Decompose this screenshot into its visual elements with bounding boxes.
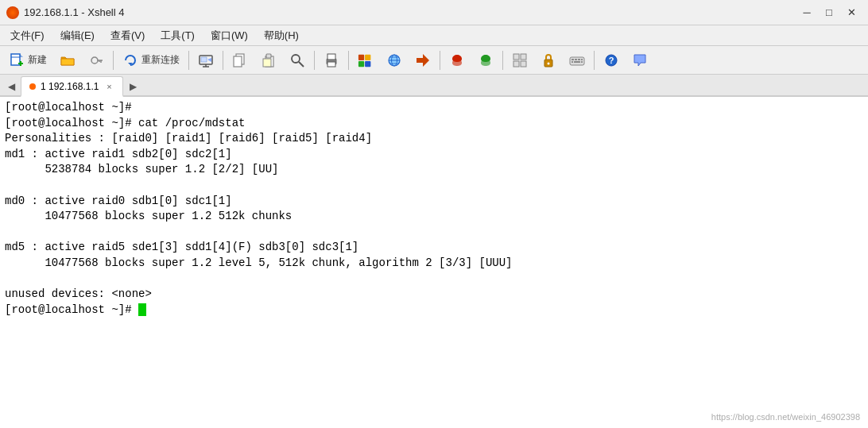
screen-icon xyxy=(198,52,214,68)
menu-window[interactable]: 窗口(W) xyxy=(203,26,255,45)
globe-button[interactable] xyxy=(381,49,408,71)
svg-text:?: ? xyxy=(609,56,614,65)
folder-icon xyxy=(60,52,76,68)
new-button[interactable]: 新建 xyxy=(3,49,52,71)
svg-rect-16 xyxy=(234,56,242,67)
terminal-cursor xyxy=(138,303,146,316)
menu-file[interactable]: 文件(F) xyxy=(3,26,52,45)
color-icon xyxy=(358,52,374,68)
new-icon xyxy=(9,52,25,68)
paste-icon xyxy=(261,52,277,68)
print-button[interactable] xyxy=(318,49,345,71)
key-icon xyxy=(88,52,104,68)
svg-line-21 xyxy=(299,62,304,67)
sep-3 xyxy=(223,51,223,70)
tab-indicator xyxy=(29,83,36,90)
reconnect-label: 重新连接 xyxy=(141,53,180,67)
svg-rect-38 xyxy=(521,61,526,67)
copy-button[interactable] xyxy=(227,49,254,71)
svg-marker-14 xyxy=(207,58,211,62)
help-button[interactable]: ? xyxy=(598,49,625,71)
lock-button[interactable] xyxy=(535,49,562,71)
app-icon xyxy=(6,6,19,19)
keyboard-icon xyxy=(569,52,585,68)
sep-4 xyxy=(314,51,315,70)
menu-view[interactable]: 查看(V) xyxy=(103,26,152,45)
tab-close-button[interactable]: × xyxy=(103,81,114,92)
lock-icon xyxy=(541,52,556,68)
find-button[interactable] xyxy=(284,49,311,71)
toolbar: 新建 重新连接 xyxy=(0,46,868,75)
svg-rect-27 xyxy=(358,60,364,66)
svg-rect-43 xyxy=(575,59,577,60)
script1-icon xyxy=(449,52,465,68)
find-icon xyxy=(289,52,305,68)
svg-rect-23 xyxy=(327,54,335,60)
minimize-button[interactable]: ─ xyxy=(796,4,817,21)
terminal-output: [root@localhost ~]# [root@localhost ~]# … xyxy=(5,100,863,318)
window-controls: ─ □ ✕ xyxy=(796,4,862,21)
script1-button[interactable] xyxy=(444,49,471,71)
key-button[interactable] xyxy=(83,49,110,71)
chat-button[interactable] xyxy=(626,49,653,71)
new-label: 新建 xyxy=(28,53,47,67)
svg-rect-42 xyxy=(572,59,574,60)
script2-icon xyxy=(478,52,494,68)
open-button[interactable] xyxy=(54,49,81,71)
svg-rect-44 xyxy=(578,59,580,60)
grid-button[interactable] xyxy=(506,49,533,71)
svg-rect-47 xyxy=(574,61,580,63)
svg-point-20 xyxy=(292,55,300,63)
svg-point-5 xyxy=(91,57,98,64)
watermark: https://blog.csdn.net/weixin_46902398 xyxy=(711,411,860,423)
menu-help[interactable]: 帮助(H) xyxy=(257,26,306,45)
title-bar: 192.168.1.1 - Xshell 4 ─ □ ✕ xyxy=(0,0,868,25)
reconnect-icon xyxy=(122,52,138,68)
sep-6 xyxy=(440,51,440,70)
print-icon xyxy=(324,52,339,68)
color-button[interactable] xyxy=(352,49,379,71)
globe-icon xyxy=(386,52,402,68)
svg-marker-34 xyxy=(417,54,429,67)
svg-rect-37 xyxy=(513,61,519,67)
menu-bar: 文件(F) 编辑(E) 查看(V) 工具(T) 窗口(W) 帮助(H) xyxy=(0,25,868,46)
session-tab[interactable]: 1 192.168.1.1 × xyxy=(21,76,123,97)
svg-rect-35 xyxy=(513,54,519,60)
sep-1 xyxy=(113,51,114,70)
script2-button[interactable] xyxy=(472,49,499,71)
transfer-button[interactable] xyxy=(409,49,436,71)
svg-rect-36 xyxy=(521,54,526,60)
sep-5 xyxy=(348,51,349,70)
chat-icon xyxy=(632,52,648,68)
help-icon: ? xyxy=(603,52,619,68)
tab-scroll-right[interactable]: ▶ xyxy=(125,78,141,95)
reconnect-button[interactable]: 重新连接 xyxy=(117,49,185,71)
svg-rect-19 xyxy=(263,59,271,67)
svg-rect-26 xyxy=(365,54,370,60)
transfer-icon xyxy=(415,52,431,68)
svg-rect-25 xyxy=(358,54,364,60)
paste-button[interactable] xyxy=(255,49,282,71)
tab-scroll-left[interactable]: ◀ xyxy=(3,78,19,95)
maximize-button[interactable]: □ xyxy=(819,4,839,21)
svg-rect-28 xyxy=(365,60,370,66)
svg-rect-46 xyxy=(572,61,573,63)
sep-8 xyxy=(594,51,595,70)
close-button[interactable]: ✕ xyxy=(841,4,862,21)
keyboard-button[interactable] xyxy=(564,49,591,71)
screen-button[interactable] xyxy=(192,49,219,71)
grid-icon xyxy=(512,52,528,68)
svg-rect-45 xyxy=(581,59,583,60)
svg-point-40 xyxy=(548,62,550,64)
sep-7 xyxy=(502,51,503,70)
svg-rect-18 xyxy=(266,54,271,58)
tab-label: 1 192.168.1.1 xyxy=(41,81,99,92)
svg-rect-13 xyxy=(201,57,207,62)
svg-rect-48 xyxy=(581,61,583,63)
menu-edit[interactable]: 编辑(E) xyxy=(53,26,102,45)
terminal-area[interactable]: [root@localhost ~]# [root@localhost ~]# … xyxy=(0,97,868,428)
svg-rect-24 xyxy=(327,62,335,67)
tab-bar: ◀ 1 192.168.1.1 × ▶ xyxy=(0,75,868,97)
menu-tools[interactable]: 工具(T) xyxy=(153,26,202,45)
window-title: 192.168.1.1 - Xshell 4 xyxy=(24,6,796,18)
